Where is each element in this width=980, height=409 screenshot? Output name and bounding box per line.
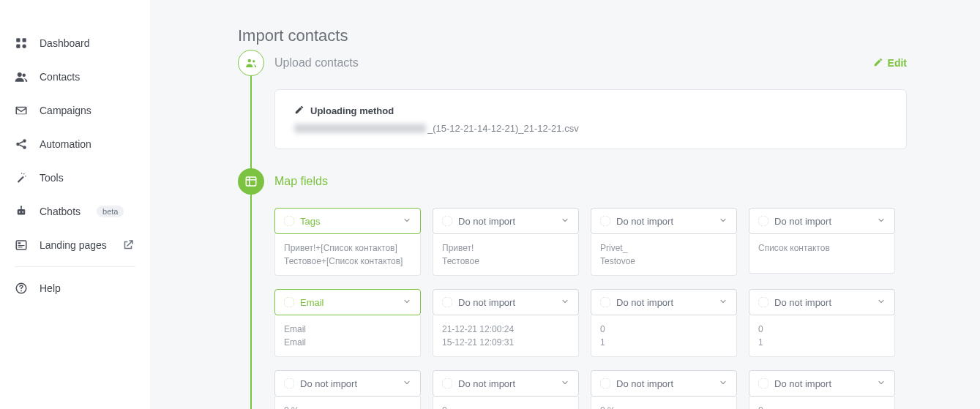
- svg-rect-39: [603, 301, 608, 303]
- field-mapping-select[interactable]: Do not import: [433, 208, 579, 234]
- svg-point-7: [23, 139, 26, 143]
- check-circle-icon: [284, 216, 294, 226]
- chevron-down-icon: [719, 378, 727, 389]
- sidebar-item-label: Landing pages: [40, 239, 107, 251]
- field-preview: EmailEmail: [274, 315, 421, 357]
- grid-icon: [15, 37, 28, 50]
- field-column: Do not importПривет!Тестовое: [433, 208, 579, 276]
- field-column: Do not importPrivet_Testovoe: [591, 208, 737, 276]
- sidebar-item-label: Help: [40, 282, 61, 294]
- field-preview-line: Тестовое: [442, 255, 569, 268]
- field-column: Do not import01: [591, 289, 737, 357]
- chevron-down-icon: [561, 378, 569, 389]
- field-preview-line: 21-12-21 12:00:24: [442, 323, 569, 336]
- svg-rect-41: [761, 301, 766, 303]
- step-upload-title: Upload contacts: [274, 56, 359, 70]
- minus-circle-icon: [284, 378, 294, 389]
- field-preview-line: 0: [758, 323, 886, 336]
- svg-rect-18: [18, 242, 21, 244]
- sidebar-item-chatbots[interactable]: Chatbots beta: [0, 195, 150, 228]
- svg-rect-25: [246, 177, 256, 186]
- field-mapping-select[interactable]: Do not import: [591, 370, 737, 397]
- edit-button[interactable]: Edit: [873, 57, 907, 70]
- field-preview-line: 0: [442, 404, 569, 409]
- svg-rect-30: [445, 220, 450, 222]
- stepper: Upload contacts Edit Uploading method _(…: [238, 50, 907, 409]
- chevron-down-icon: [719, 215, 727, 227]
- chevron-down-icon: [403, 378, 411, 389]
- svg-rect-43: [287, 383, 292, 384]
- chevron-down-icon: [403, 296, 411, 308]
- field-preview-line: Список контактов: [758, 241, 886, 255]
- field-mapping-label: Do not import: [616, 216, 673, 227]
- field-mapping-select[interactable]: Do not import: [749, 370, 895, 397]
- field-mapping-select[interactable]: Do not import: [749, 289, 895, 315]
- svg-point-13: [19, 211, 20, 213]
- sidebar-item-help[interactable]: Help: [0, 271, 150, 305]
- layout-icon: [15, 239, 28, 252]
- field-mapping-select[interactable]: Do not import: [433, 370, 579, 397]
- svg-point-23: [248, 59, 252, 63]
- field-preview: Privet_Testovoe: [591, 234, 737, 276]
- field-preview-line: 0 %: [284, 404, 411, 409]
- sidebar-item-label: Dashboard: [40, 37, 90, 49]
- field-mapping-select[interactable]: Email: [274, 289, 421, 315]
- field-preview: 21-12-21 12:00:2415-12-21 12:09:31: [433, 315, 579, 357]
- field-preview-line: 0: [758, 404, 886, 409]
- field-mapping-label: Do not import: [774, 216, 831, 227]
- minus-circle-icon: [442, 297, 452, 307]
- field-column: TagsПривет!+[Список контактов]Тестовое+[…: [274, 208, 421, 276]
- pencil-icon: [294, 105, 304, 117]
- svg-point-5: [23, 74, 26, 78]
- minus-circle-icon: [600, 216, 610, 226]
- chevron-down-icon: [561, 296, 569, 308]
- beta-badge: beta: [97, 206, 124, 217]
- sidebar-item-label: Chatbots: [40, 206, 81, 217]
- svg-rect-32: [603, 220, 608, 222]
- field-mapping-select[interactable]: Do not import: [433, 289, 579, 315]
- main-content: Import contacts Upload contacts Edit: [150, 0, 980, 409]
- field-preview-line: 0: [600, 323, 727, 336]
- chevron-down-icon: [877, 215, 886, 227]
- field-preview-line: Email: [284, 323, 411, 336]
- step-map-icon: [238, 168, 264, 195]
- robot-icon: [15, 205, 28, 218]
- field-preview-line: 1: [758, 336, 886, 349]
- field-mapping-select[interactable]: Do not import: [591, 289, 737, 315]
- field-mapping-select[interactable]: Tags: [274, 208, 421, 234]
- svg-rect-47: [603, 383, 608, 384]
- uploaded-filename: _(15-12-21-14-12-21)_21-12-21.csv: [294, 123, 887, 134]
- sidebar-item-tools[interactable]: Tools: [0, 161, 150, 195]
- field-column: Do not import0 %0 %: [591, 370, 737, 409]
- svg-rect-34: [761, 220, 766, 222]
- minus-circle-icon: [442, 378, 452, 389]
- step-map-fields: Map fields TagsПривет!+[Список контактов…: [238, 168, 907, 409]
- filename-suffix: _(15-12-21-14-12-21)_21-12-21.csv: [427, 123, 579, 134]
- share-icon: [15, 138, 28, 151]
- check-circle-icon: [284, 297, 294, 307]
- sidebar-item-contacts[interactable]: Contacts: [0, 60, 150, 94]
- field-mapping-select[interactable]: Do not import: [274, 370, 421, 397]
- svg-rect-12: [18, 209, 26, 215]
- help-icon: [15, 282, 28, 295]
- svg-point-22: [20, 290, 22, 291]
- field-mapping-select[interactable]: Do not import: [749, 208, 895, 234]
- field-preview: 00: [433, 397, 579, 409]
- step-upload-icon: [238, 50, 264, 76]
- field-mapping-label: Do not import: [616, 378, 673, 389]
- field-preview: 0 %0 %: [591, 397, 737, 409]
- field-preview: 0 %100 %: [274, 397, 421, 409]
- field-mapping-label: Do not import: [774, 378, 831, 389]
- sidebar-item-landing-pages[interactable]: Landing pages: [0, 228, 150, 262]
- field-mapping-label: Do not import: [300, 378, 357, 389]
- sidebar-item-dashboard[interactable]: Dashboard: [0, 26, 150, 60]
- svg-point-16: [20, 206, 22, 207]
- sidebar-item-campaigns[interactable]: Campaigns: [0, 94, 150, 127]
- field-preview-line: Привет!: [442, 241, 569, 255]
- field-mapping-select[interactable]: Do not import: [591, 208, 737, 234]
- sidebar-item-label: Contacts: [40, 71, 80, 83]
- sidebar-item-automation[interactable]: Automation: [0, 127, 150, 161]
- field-column: Do not importСписок контактов: [749, 208, 895, 276]
- people-icon: [15, 70, 28, 83]
- svg-rect-37: [445, 301, 450, 303]
